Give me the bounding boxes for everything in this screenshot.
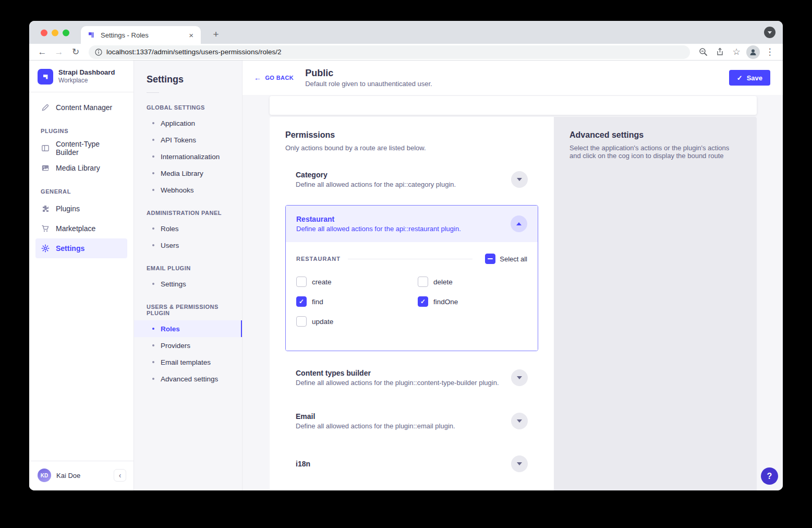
- sidebar-collapse-button[interactable]: ‹: [114, 469, 126, 482]
- tab-strip: Settings - Roles × +: [29, 21, 783, 44]
- browser-tab[interactable]: Settings - Roles ×: [81, 26, 201, 44]
- accordion-title: Category: [296, 171, 456, 179]
- permissions-panel: Permissions Only actions bound by a rout…: [270, 117, 554, 490]
- avatar[interactable]: KD: [38, 469, 51, 482]
- menu-dots-icon[interactable]: ⋮: [763, 45, 777, 59]
- checkbox-create[interactable]: [296, 277, 307, 287]
- profile-avatar-icon[interactable]: [746, 45, 760, 59]
- address-bar[interactable]: localhost:1337/admin/settings/users-perm…: [89, 45, 690, 59]
- subnav-item-admin-users[interactable]: Users: [134, 237, 242, 254]
- maximize-window-button[interactable]: [63, 30, 69, 37]
- subnav-item-advanced-settings[interactable]: Advanced settings: [134, 370, 242, 387]
- permissions-subtitle: Only actions bound by a route are listed…: [285, 144, 538, 152]
- subnav-section-users-permissions-plugin: USERS & PERMISSIONS PLUGIN: [147, 304, 229, 316]
- subnav-item-media-library[interactable]: Media Library: [134, 165, 242, 182]
- close-window-button[interactable]: [41, 30, 47, 37]
- zoom-icon[interactable]: [696, 45, 710, 59]
- info-icon[interactable]: [95, 49, 102, 56]
- scroll-area[interactable]: Permissions Only actions bound by a rout…: [243, 95, 783, 490]
- cart-icon: [41, 224, 50, 233]
- accordion-title: Email: [296, 412, 455, 421]
- chevron-down-icon: [517, 178, 522, 181]
- sidebar-item-media-library[interactable]: Media Library: [35, 158, 127, 178]
- go-back-link[interactable]: ← GO BACK: [254, 74, 294, 82]
- back-icon[interactable]: ←: [35, 45, 49, 59]
- collapse-restaurant-button[interactable]: [511, 215, 527, 232]
- sidebar-item-content-manager[interactable]: Content Manager: [35, 98, 127, 117]
- subnav-item-api-tokens[interactable]: API Tokens: [134, 131, 242, 148]
- subnav-item-label: Roles: [161, 225, 179, 233]
- user-row: KD Kai Doe ‹: [29, 461, 134, 490]
- expand-content-types-builder-button[interactable]: [511, 369, 528, 386]
- check-icon: ✓: [299, 298, 304, 305]
- strapi-logo-icon: [38, 69, 53, 85]
- workspace-switcher[interactable]: Strapi Dashboard Workplace: [29, 61, 134, 92]
- subnav-title: Settings: [134, 61, 242, 85]
- bookmark-star-icon[interactable]: ☆: [730, 45, 743, 59]
- save-button[interactable]: ✓ Save: [729, 70, 770, 86]
- subnav-item-up-roles[interactable]: Roles: [134, 320, 242, 337]
- bullet-icon: [152, 155, 154, 158]
- subnav-item-admin-roles[interactable]: Roles: [134, 220, 242, 237]
- check-icon: ✓: [420, 298, 426, 305]
- checkbox-delete[interactable]: [418, 277, 428, 287]
- minimize-window-button[interactable]: [52, 30, 58, 37]
- expand-i18n-button[interactable]: [511, 455, 528, 472]
- accordion-email[interactable]: Email Define all allowed actions for the…: [285, 408, 538, 434]
- share-icon[interactable]: [713, 45, 726, 59]
- bullet-icon: [152, 189, 154, 191]
- accordion-restaurant: Restaurant Define all allowed actions fo…: [285, 205, 538, 351]
- permission-findOne[interactable]: ✓ findOne: [418, 296, 527, 307]
- checkbox-label: find: [312, 298, 323, 306]
- new-tab-button[interactable]: +: [209, 27, 223, 42]
- subnav-item-webhooks[interactable]: Webhooks: [134, 182, 242, 198]
- page-subtitle: Default role given to unauthenticated us…: [305, 80, 432, 88]
- subnav-item-internationalization[interactable]: Internationalization: [134, 148, 242, 165]
- tab-search-button[interactable]: [764, 27, 775, 38]
- permission-delete[interactable]: delete: [418, 277, 527, 287]
- sidebar-item-plugins[interactable]: Plugins: [35, 199, 127, 219]
- subnav-item-email-templates[interactable]: Email templates: [134, 354, 242, 370]
- reload-icon[interactable]: ↻: [69, 45, 82, 59]
- sidebar-item-settings[interactable]: Settings: [35, 238, 127, 258]
- expand-email-button[interactable]: [511, 413, 528, 429]
- subnav-item-email-settings[interactable]: Settings: [134, 275, 242, 292]
- help-button[interactable]: ?: [761, 467, 778, 485]
- gear-icon: [41, 244, 50, 253]
- feather-pen-icon: [41, 103, 50, 112]
- browser-window: Settings - Roles × + ← → ↻ localhost:133…: [29, 21, 783, 490]
- permissions-panels: Permissions Only actions bound by a rout…: [270, 117, 757, 490]
- subnav-item-label: Advanced settings: [161, 375, 218, 383]
- workspace-name: Workplace: [58, 77, 115, 85]
- sidebar-section-plugins: PLUGINS: [41, 128, 127, 134]
- go-back-label: GO BACK: [265, 75, 294, 81]
- forward-icon[interactable]: →: [52, 45, 66, 59]
- checkbox-update[interactable]: [296, 316, 307, 327]
- expand-category-button[interactable]: [511, 171, 528, 188]
- tab-close-icon[interactable]: ×: [188, 31, 195, 40]
- subnav-item-providers[interactable]: Providers: [134, 337, 242, 354]
- accordion-i18n[interactable]: i18n: [285, 451, 538, 476]
- browser-toolbar: ← → ↻ localhost:1337/admin/settings/user…: [29, 44, 783, 61]
- sidebar-item-marketplace[interactable]: Marketplace: [35, 219, 127, 238]
- subnav-section-administration-panel: ADMINISTRATION PANEL: [147, 210, 229, 216]
- sidebar-item-label: Content Manager: [56, 103, 112, 112]
- accordion-category[interactable]: Category Define all allowed actions for …: [285, 166, 538, 193]
- permission-create[interactable]: create: [296, 277, 418, 287]
- accordion-desc: Define all allowed actions for the api::…: [296, 181, 456, 188]
- subnav-item-application[interactable]: Application: [134, 115, 242, 131]
- permission-find[interactable]: ✓ find: [296, 296, 418, 307]
- select-all-control[interactable]: Select all: [485, 254, 527, 264]
- chevron-up-icon: [516, 222, 522, 225]
- subnav-section-email-plugin: EMAIL PLUGIN: [147, 265, 229, 271]
- accordion-content-types-builder[interactable]: Content types builder Define all allowed…: [285, 365, 538, 391]
- accordion-restaurant-header[interactable]: Restaurant Define all allowed actions fo…: [286, 206, 538, 242]
- sidebar-item-content-type-builder[interactable]: Content-Type Builder: [35, 138, 127, 158]
- subnav-item-label: API Tokens: [161, 136, 196, 144]
- checkbox-findOne[interactable]: ✓: [418, 296, 428, 307]
- tab-title: Settings - Roles: [101, 31, 183, 39]
- subnav-item-label: Roles: [161, 325, 180, 333]
- permission-update[interactable]: update: [296, 316, 418, 327]
- select-all-checkbox[interactable]: [485, 254, 495, 264]
- checkbox-find[interactable]: ✓: [296, 296, 307, 307]
